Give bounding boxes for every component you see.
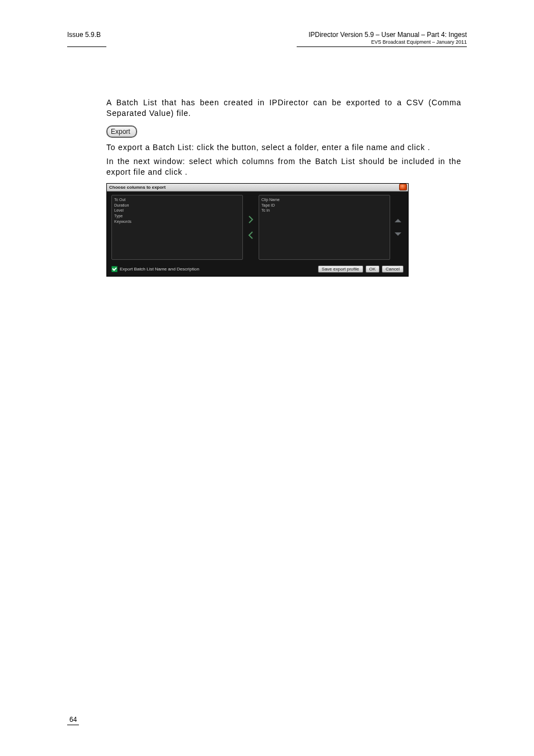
checkbox-label: Export Batch List Name and Description: [120, 267, 199, 272]
export-columns-dialog: Choose columns to export Tc Out Duration…: [106, 183, 409, 277]
close-icon[interactable]: [399, 184, 407, 190]
move-down-icon[interactable]: [394, 231, 402, 237]
list-item[interactable]: Type: [114, 213, 240, 219]
list-item[interactable]: Duration: [114, 203, 240, 208]
dialog-title: Choose columns to export: [109, 185, 166, 190]
selected-columns-list[interactable]: Clip Name Tape ID Tc In: [259, 195, 390, 260]
paragraph-2: To export a Batch List: click the button…: [106, 142, 461, 153]
export-button-label: Export: [111, 128, 130, 136]
move-up-icon[interactable]: [394, 218, 402, 223]
move-right-icon[interactable]: [248, 216, 254, 223]
list-item[interactable]: Tc Out: [114, 197, 240, 203]
ok-button[interactable]: OK: [366, 265, 380, 273]
paragraph-1: A Batch List that has been created in IP…: [106, 97, 461, 119]
dialog-titlebar: Choose columns to export: [107, 184, 408, 192]
list-item[interactable]: Clip Name: [261, 197, 387, 203]
move-left-icon[interactable]: [248, 231, 254, 239]
export-button[interactable]: Export: [106, 125, 137, 138]
list-item[interactable]: Tc In: [261, 208, 387, 213]
header-title: IPDirector Version 5.9 – User Manual – P…: [308, 31, 467, 39]
header-rule-right: [297, 46, 467, 47]
header-rule-left: [67, 46, 106, 47]
list-item[interactable]: Keywords: [114, 219, 240, 225]
export-name-description-checkbox[interactable]: [111, 266, 118, 272]
available-columns-list[interactable]: Tc Out Duration Level Type Keywords: [111, 195, 243, 260]
paragraph-3: In the next window: select which columns…: [106, 156, 461, 178]
page-number: 64: [67, 716, 79, 725]
save-export-profile-button[interactable]: Save export profile: [318, 265, 363, 273]
cancel-button[interactable]: Cancel: [382, 265, 404, 273]
list-item[interactable]: Level: [114, 208, 240, 213]
header-issue: Issue 5.9.B: [67, 31, 101, 39]
header-subtitle: EVS Broadcast Equipment – January 2011: [308, 39, 467, 45]
list-item[interactable]: Tape ID: [261, 203, 387, 208]
